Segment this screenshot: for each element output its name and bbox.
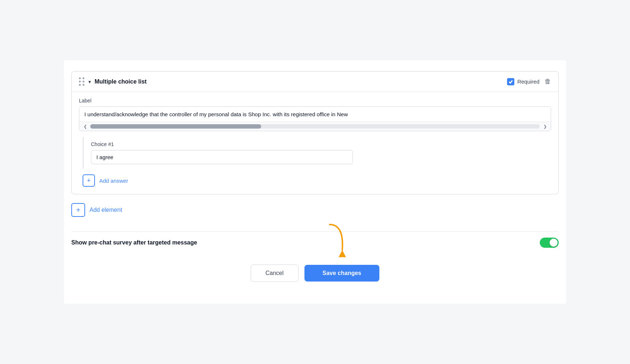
card-body: Label ❮ ❯ Choice #1 + Add: [72, 92, 558, 194]
card-header-right: Required 🗑: [507, 78, 551, 85]
add-answer-row: + Add answer: [79, 174, 551, 187]
add-element-label[interactable]: Add element: [89, 207, 122, 213]
choices-area: Choice #1: [83, 137, 551, 169]
card-header: ▾ Multiple choice list Required 🗑: [72, 72, 558, 92]
scrollbar-track: [90, 124, 540, 129]
delete-icon[interactable]: 🗑: [545, 78, 551, 85]
save-changes-button[interactable]: Save changes: [304, 265, 380, 282]
cancel-button[interactable]: Cancel: [251, 264, 299, 282]
horizontal-scrollbar[interactable]: ❮ ❯: [79, 122, 551, 131]
add-element-row: + Add element: [71, 203, 559, 217]
collapse-chevron-icon[interactable]: ▾: [88, 79, 91, 85]
survey-toggle[interactable]: [540, 238, 559, 248]
choice-heading: Choice #1: [91, 141, 551, 147]
label-field-label: Label: [79, 98, 551, 104]
label-input[interactable]: [79, 107, 551, 122]
page-wrapper: ▾ Multiple choice list Required 🗑: [64, 60, 566, 304]
add-element-button[interactable]: +: [71, 203, 85, 217]
label-input-wrapper: ❮ ❯: [79, 106, 551, 131]
survey-label: Show pre-chat survey after targeted mess…: [71, 239, 197, 246]
scroll-left-icon[interactable]: ❮: [81, 124, 89, 129]
toggle-knob: [550, 239, 558, 247]
card-title: Multiple choice list: [95, 78, 147, 85]
required-checkbox[interactable]: [507, 78, 514, 85]
card-header-left: ▾ Multiple choice list: [79, 77, 147, 86]
footer-buttons: Cancel Save changes: [71, 264, 559, 282]
choice-input[interactable]: [91, 150, 353, 164]
add-answer-label[interactable]: Add answer: [99, 178, 128, 184]
required-label: Required: [517, 78, 539, 85]
drag-handle-icon[interactable]: [79, 77, 85, 86]
scroll-right-icon[interactable]: ❯: [541, 124, 549, 129]
form-card: ▾ Multiple choice list Required 🗑: [71, 71, 559, 194]
survey-row: Show pre-chat survey after targeted mess…: [71, 231, 559, 254]
scrollbar-thumb: [90, 124, 261, 129]
add-answer-button[interactable]: +: [83, 174, 95, 187]
required-checkbox-group: Required: [507, 78, 539, 85]
